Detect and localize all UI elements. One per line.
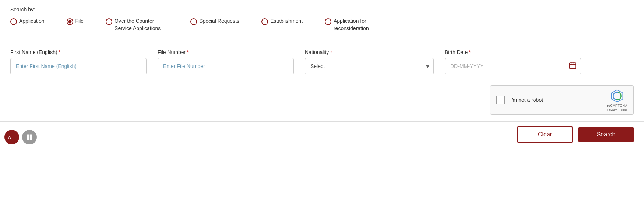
search-by-label: Search by: [10, 7, 634, 12]
radio-app-reconsideration-input[interactable] [325, 18, 331, 25]
radio-special-requests-label: Special Requests [199, 18, 239, 25]
radio-application[interactable]: Application [10, 17, 45, 25]
radio-special-requests-input[interactable] [190, 18, 197, 25]
bottom-icon-1[interactable]: A [4, 130, 19, 144]
svg-text:A: A [8, 135, 11, 140]
radio-file-label: File [75, 18, 84, 25]
radio-file[interactable]: File [67, 17, 84, 25]
bottom-bar: A Clear Search [0, 122, 644, 147]
radio-app-reconsideration-label: Application for reconsideration [334, 18, 389, 32]
svg-rect-7 [27, 135, 29, 137]
birth-date-wrapper [445, 58, 581, 74]
form-row: First Name (English)* File Number* Natio… [10, 49, 634, 74]
form-section: First Name (English)* File Number* Natio… [0, 39, 644, 82]
radio-establishment[interactable]: Establishment [261, 17, 303, 25]
nationality-select-wrapper: Select ▾ [305, 58, 434, 74]
svg-rect-8 [30, 135, 32, 137]
captcha-section: I'm not a robot reCAPTCHA Privacy · Term… [0, 82, 644, 115]
radio-special-requests[interactable]: Special Requests [190, 17, 239, 25]
captcha-checkbox[interactable] [496, 96, 505, 104]
captcha-box[interactable]: I'm not a robot reCAPTCHA Privacy · Term… [490, 85, 634, 115]
radio-file-input[interactable] [67, 18, 73, 25]
page-wrapper: Search by: Application File Over the Cou… [0, 0, 644, 200]
recaptcha-brand-label: reCAPTCHA [607, 104, 627, 107]
clear-button[interactable]: Clear [517, 126, 573, 143]
nationality-required: * [330, 49, 332, 55]
birth-date-input[interactable] [445, 58, 581, 74]
birth-date-required: * [469, 49, 471, 55]
nationality-group: Nationality* Select ▾ [305, 49, 434, 74]
search-button[interactable]: Search [578, 127, 634, 142]
first-name-input[interactable] [10, 58, 147, 74]
first-name-required: * [59, 49, 60, 55]
recaptcha-icon [610, 89, 624, 103]
file-number-required: * [187, 49, 189, 55]
nationality-select[interactable]: Select [305, 58, 434, 74]
birth-date-label: Birth Date* [445, 49, 581, 55]
bottom-left-icons: A [0, 127, 41, 147]
radio-over-counter[interactable]: Over the Counter Service Applications [106, 17, 168, 32]
radio-establishment-input[interactable] [261, 18, 268, 25]
recaptcha-links[interactable]: Privacy · Terms [607, 108, 627, 111]
svg-rect-9 [27, 138, 29, 140]
file-number-input[interactable] [158, 58, 294, 74]
file-number-label: File Number* [158, 49, 294, 55]
search-by-section: Search by: Application File Over the Cou… [0, 0, 644, 39]
nationality-label: Nationality* [305, 49, 434, 55]
bottom-icon-2[interactable] [22, 130, 37, 144]
radio-application-label: Application [19, 18, 45, 25]
captcha-logo-area: reCAPTCHA Privacy · Terms [607, 89, 627, 111]
svg-rect-10 [30, 138, 32, 140]
birth-date-group: Birth Date* [445, 49, 581, 74]
file-number-group: File Number* [158, 49, 294, 74]
radio-application-input[interactable] [10, 18, 17, 25]
radio-establishment-label: Establishment [270, 18, 303, 25]
calendar-icon[interactable] [569, 61, 577, 71]
radio-group: Application File Over the Counter Servic… [10, 17, 634, 32]
svg-rect-0 [570, 63, 576, 69]
radio-over-counter-input[interactable] [106, 18, 112, 25]
captcha-label: I'm not a robot [510, 97, 602, 103]
radio-app-reconsideration[interactable]: Application for reconsideration [325, 17, 389, 32]
first-name-group: First Name (English)* [10, 49, 147, 74]
radio-over-counter-label: Over the Counter Service Applications [115, 18, 168, 32]
first-name-label: First Name (English)* [10, 49, 147, 55]
